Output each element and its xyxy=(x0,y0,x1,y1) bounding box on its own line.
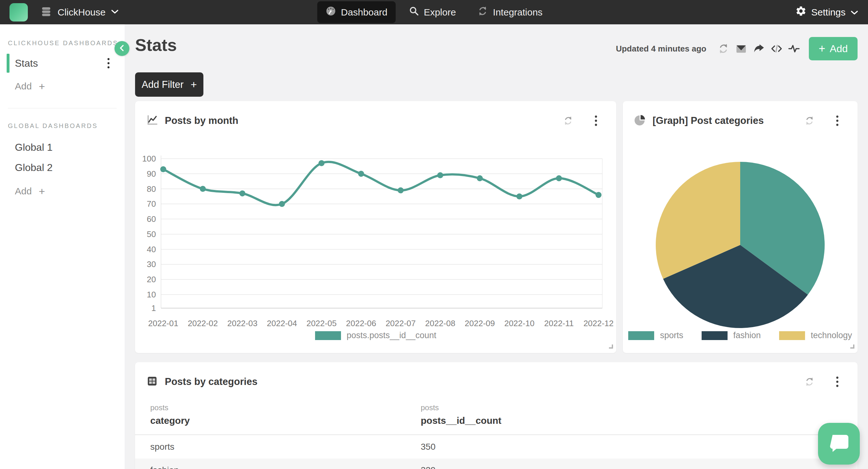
svg-text:2022-08: 2022-08 xyxy=(425,319,455,328)
post-categories-pie-chart xyxy=(623,139,858,332)
nav-item-integrations[interactable]: Integrations xyxy=(469,1,551,23)
updated-timestamp: Updated 4 minutes ago xyxy=(616,44,706,54)
sidebar-add-dashboard[interactable]: Add + xyxy=(15,81,125,92)
nav-item-label: Integrations xyxy=(493,7,542,18)
add-filter-label: Add Filter xyxy=(142,79,184,90)
panel-post-categories-graph: [Graph] Post categories xyxy=(623,101,858,353)
chevron-down-icon xyxy=(111,9,119,16)
database-icon xyxy=(41,6,51,18)
sidebar: CLICKHOUSE DASHBOARDS Stats Add + GLOBAL… xyxy=(0,24,125,469)
line-chart-icon xyxy=(147,114,158,127)
gauge-icon xyxy=(326,6,336,19)
legend-item-sports: sports xyxy=(628,331,683,340)
add-label: Add xyxy=(15,81,32,92)
primary-nav: Dashboard Explore Integrations xyxy=(317,1,551,23)
dashboard-board: Posts by month 110203040506070809010020 xyxy=(125,101,868,469)
table-row: sports 350 xyxy=(135,435,858,459)
search-icon xyxy=(409,6,419,18)
top-nav: ClickHouse Dashboard Explore xyxy=(0,0,868,24)
panel-header: Posts by categories xyxy=(135,362,858,391)
cell-count: 329 xyxy=(421,465,842,469)
panel-refresh-button[interactable] xyxy=(801,373,818,391)
panel-refresh-button[interactable] xyxy=(801,112,818,130)
svg-text:2022-10: 2022-10 xyxy=(504,319,534,328)
legend-label: sports xyxy=(660,331,683,340)
kebab-icon[interactable] xyxy=(587,112,605,130)
activity-icon[interactable] xyxy=(785,40,803,58)
chat-launcher-button[interactable] xyxy=(818,423,860,465)
sidebar-item-stats[interactable]: Stats xyxy=(0,54,125,73)
app-logo[interactable] xyxy=(9,3,28,22)
column-name[interactable]: posts__id__count xyxy=(421,415,842,426)
column-group: posts xyxy=(421,403,842,412)
svg-text:2022-07: 2022-07 xyxy=(385,319,416,328)
legend-swatch xyxy=(628,331,654,340)
sidebar-section-title: GLOBAL DASHBOARDS xyxy=(8,122,125,130)
active-indicator xyxy=(7,54,9,73)
mail-icon[interactable] xyxy=(732,40,750,58)
resize-corner-icon[interactable] xyxy=(849,343,855,350)
sidebar-divider xyxy=(8,108,117,108)
svg-text:2022-02: 2022-02 xyxy=(188,319,218,328)
svg-text:2022-06: 2022-06 xyxy=(346,319,376,328)
gear-icon xyxy=(795,5,807,19)
panel-header: Posts by month xyxy=(135,101,616,130)
kebab-icon[interactable] xyxy=(829,112,846,130)
categories-table: posts category posts posts__id__count sp… xyxy=(135,398,858,469)
svg-text:80: 80 xyxy=(147,184,156,194)
settings-menu[interactable]: Settings xyxy=(795,5,859,19)
panel-header: [Graph] Post categories xyxy=(623,101,858,130)
sidebar-item-label: Stats xyxy=(15,58,38,69)
column-header-count: posts posts__id__count xyxy=(421,403,842,426)
cell-category: fashion xyxy=(150,465,421,469)
add-widget-button[interactable]: + Add xyxy=(809,37,858,60)
refresh-button[interactable] xyxy=(715,40,732,58)
svg-text:2022-11: 2022-11 xyxy=(544,319,574,328)
plus-icon: + xyxy=(819,43,825,54)
code-icon[interactable] xyxy=(768,40,785,58)
panel-title: Posts by month xyxy=(165,115,239,126)
connection-switcher[interactable]: ClickHouse xyxy=(41,6,119,18)
svg-text:2022-12: 2022-12 xyxy=(583,319,613,328)
svg-text:20: 20 xyxy=(147,275,156,284)
sidebar-item-global-2[interactable]: Global 2 xyxy=(0,157,125,178)
legend-swatch xyxy=(702,331,727,340)
legend-item-fashion: fashion xyxy=(702,331,761,340)
panel-posts-by-categories: Posts by categories xyxy=(135,362,858,469)
svg-text:90: 90 xyxy=(147,169,156,178)
sidebar-item-global-1[interactable]: Global 1 xyxy=(0,137,125,157)
svg-text:70: 70 xyxy=(147,199,156,209)
legend-swatch xyxy=(779,331,805,340)
kebab-icon[interactable] xyxy=(107,57,110,69)
pie-chart-legend: sports fashion technology xyxy=(623,331,858,340)
plus-icon: + xyxy=(39,81,45,92)
nav-item-label: Dashboard xyxy=(341,7,388,18)
nav-item-dashboard[interactable]: Dashboard xyxy=(317,1,396,23)
connection-name: ClickHouse xyxy=(58,7,106,18)
header-toolbar: Updated 4 minutes ago xyxy=(616,37,858,60)
table-icon xyxy=(147,375,158,388)
sidebar-add-global-dashboard[interactable]: Add + xyxy=(15,186,125,197)
svg-text:40: 40 xyxy=(147,245,156,254)
table-row: fashion 329 xyxy=(135,459,858,469)
column-name[interactable]: category xyxy=(150,415,421,426)
svg-text:10: 10 xyxy=(147,290,156,299)
sidebar-item-label: Global 2 xyxy=(15,162,53,173)
posts-by-month-chart: 11020304050607080901002022-012022-022022… xyxy=(135,139,616,335)
table-header-row: posts category posts posts__id__count xyxy=(135,398,858,435)
line-chart-legend: posts.posts__id__count xyxy=(135,331,616,340)
nav-item-explore[interactable]: Explore xyxy=(401,2,464,23)
legend-swatch xyxy=(315,331,341,340)
settings-label: Settings xyxy=(811,7,845,18)
main-content: Stats Updated 4 minutes ago xyxy=(125,24,868,469)
sidebar-collapse-button[interactable] xyxy=(115,41,129,56)
panel-refresh-button[interactable] xyxy=(559,112,577,130)
page-title: Stats xyxy=(135,35,177,55)
share-icon[interactable] xyxy=(750,40,768,58)
resize-corner-icon[interactable] xyxy=(608,343,614,350)
svg-text:50: 50 xyxy=(147,229,156,239)
plus-icon: + xyxy=(190,78,197,91)
kebab-icon[interactable] xyxy=(829,373,846,391)
add-filter-button[interactable]: Add Filter + xyxy=(135,72,204,97)
panel-posts-by-month: Posts by month 110203040506070809010020 xyxy=(135,101,616,353)
